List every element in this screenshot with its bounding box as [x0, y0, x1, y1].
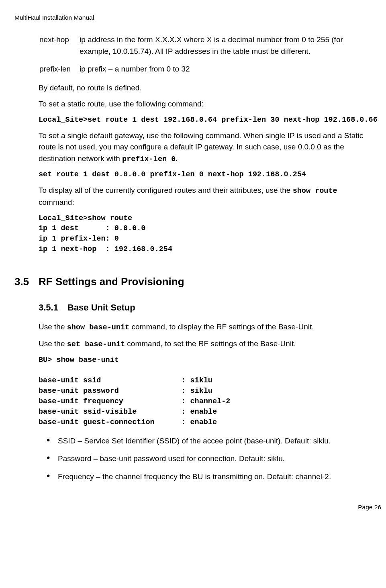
paragraph: To set a single default gateway, use the…: [39, 130, 366, 165]
section-title: Base Unit Setup: [67, 301, 135, 314]
text: Use the: [39, 339, 67, 348]
content-block: By default, no route is defined. To set …: [39, 82, 366, 255]
inline-code: show base-unit: [67, 323, 129, 332]
page-header: MultiHaul Installation Manual: [14, 13, 372, 22]
inline-code: set base-unit: [67, 340, 125, 349]
paragraph: Use the set base-unit command, to set th…: [39, 338, 366, 350]
param-desc: ip prefix – a number from 0 to 32: [80, 63, 372, 75]
section-number: 3.5.1: [39, 301, 67, 314]
heading-rf-settings: 3.5 RF Settings and Provisioning: [14, 274, 372, 290]
list-item: Password – base-unit password used for c…: [51, 453, 372, 465]
code-block: Local_Site>show route ip 1 dest : 0.0.0.…: [39, 213, 366, 255]
text: .: [176, 154, 178, 163]
param-name: next-hop: [39, 34, 80, 57]
code-block: set route 1 dest 0.0.0.0 prefix-len 0 ne…: [39, 169, 366, 180]
heading-base-unit-setup: 3.5.1 Base Unit Setup: [39, 301, 372, 314]
param-name: prefix-len: [39, 63, 80, 75]
text: command, to display the RF settings of t…: [129, 323, 314, 331]
text: command, to set the RF settings of the B…: [125, 339, 296, 348]
text: To display all of the currently configur…: [39, 186, 293, 194]
list-item: Frequency – the channel frequency the BU…: [51, 471, 372, 483]
param-row-nexthop: next-hop ip address in the form X.X.X.X …: [39, 34, 372, 57]
inline-code: show route: [293, 187, 337, 195]
paragraph: By default, no route is defined.: [39, 82, 366, 94]
parameter-table: next-hop ip address in the form X.X.X.X …: [39, 34, 372, 75]
text: To set a single default gateway, use the…: [39, 131, 363, 163]
bullet-list: SSID – Service Set Identifier (SSID) of …: [39, 435, 372, 483]
content-block: Use the show base-unit command, to displ…: [39, 321, 366, 428]
list-item: SSID – Service Set Identifier (SSID) of …: [51, 435, 372, 447]
code-block: Local_Site>set route 1 dest 192.168.0.64…: [39, 115, 366, 125]
paragraph: To display all of the currently configur…: [39, 185, 366, 208]
code-block: BU> show base-unit base-unit ssid : sikl…: [39, 355, 366, 428]
paragraph: To set a static route, use the following…: [39, 98, 366, 110]
inline-code: prefix-len 0: [122, 155, 176, 163]
param-row-prefixlen: prefix-len ip prefix – a number from 0 t…: [39, 63, 372, 75]
page-footer: Page 26: [14, 502, 381, 512]
param-desc: ip address in the form X.X.X.X where X i…: [80, 34, 372, 57]
section-title: RF Settings and Provisioning: [39, 274, 184, 290]
section-number: 3.5: [14, 274, 39, 290]
paragraph: Use the show base-unit command, to displ…: [39, 321, 366, 333]
text: command:: [39, 198, 74, 206]
text: Use the: [39, 323, 67, 331]
